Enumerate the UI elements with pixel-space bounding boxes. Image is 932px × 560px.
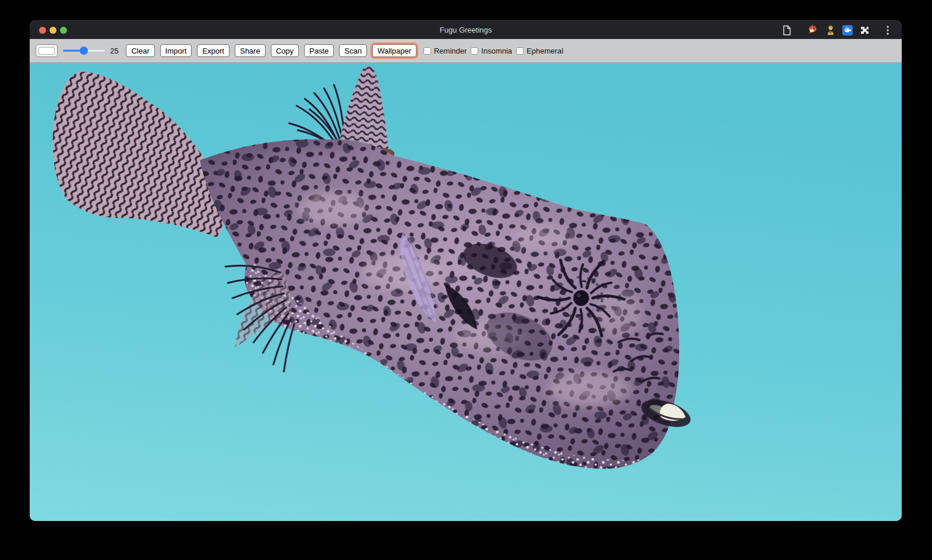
reminder-label: Reminder <box>434 47 467 55</box>
slider-value: 25 <box>110 47 118 55</box>
paste-button[interactable]: Paste <box>304 44 334 57</box>
ephemeral-option[interactable]: Ephemeral <box>516 47 563 55</box>
clear-button[interactable]: Clear <box>126 44 154 57</box>
titlebar: Fugu Greetings <box>30 20 902 39</box>
wallpaper-button[interactable]: Wallpaper <box>372 44 416 57</box>
window-title: Fugu Greetings <box>30 21 902 40</box>
fugu-app-icon[interactable] <box>842 24 853 36</box>
slider-thumb[interactable] <box>80 47 88 55</box>
scan-button[interactable]: Scan <box>339 44 367 57</box>
kebab-menu-icon[interactable] <box>882 24 894 36</box>
stroke-width-slider[interactable] <box>63 47 105 55</box>
reminder-checkbox[interactable] <box>423 47 431 55</box>
ephemeral-label: Ephemeral <box>527 47 563 55</box>
copy-button[interactable]: Copy <box>271 44 299 57</box>
document-icon[interactable] <box>781 24 793 36</box>
pufferfish-extension-icon[interactable] <box>807 24 818 36</box>
titlebar-icons <box>781 21 894 40</box>
ephemeral-checkbox[interactable] <box>516 47 524 55</box>
pufferfish-illustration <box>30 63 902 521</box>
toolbar: 25 Clear Import Export Share Copy Paste … <box>30 39 902 63</box>
export-button[interactable]: Export <box>197 44 230 57</box>
app-window: Fugu Greetings <box>30 20 902 521</box>
color-picker-input[interactable] <box>36 44 58 57</box>
share-button[interactable]: Share <box>235 44 266 57</box>
toolbar-checkboxes: Reminder Insomnia Ephemeral <box>423 47 567 55</box>
drawing-canvas[interactable] <box>30 63 902 521</box>
import-button[interactable]: Import <box>160 44 192 57</box>
insomnia-checkbox[interactable] <box>471 47 478 55</box>
color-swatch <box>38 47 55 55</box>
insomnia-option[interactable]: Insomnia <box>471 47 512 55</box>
reminder-option[interactable]: Reminder <box>423 47 467 55</box>
person-extension-icon[interactable] <box>825 24 836 36</box>
insomnia-label: Insomnia <box>481 47 512 55</box>
extensions-puzzle-icon[interactable] <box>859 24 870 36</box>
